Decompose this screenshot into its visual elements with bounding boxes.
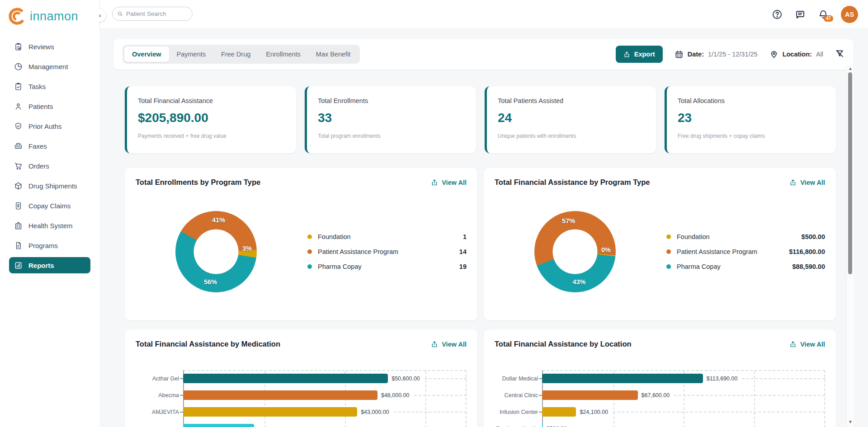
scrollbar-thumb[interactable] <box>848 72 852 274</box>
sidebar-item-label: Programs <box>28 242 58 249</box>
sidebar-item-faxes[interactable]: Faxes <box>9 138 90 154</box>
sidebar-item-tasks[interactable]: Tasks <box>9 78 90 94</box>
messages-button[interactable] <box>795 9 806 20</box>
sidebar-item-orders[interactable]: Orders <box>9 158 90 174</box>
shield-check-icon <box>14 122 23 131</box>
location-pin-icon <box>769 50 778 59</box>
export-button[interactable]: Export <box>616 46 663 63</box>
bar[interactable] <box>183 390 377 400</box>
bar[interactable] <box>183 424 254 427</box>
sidebar-item-management[interactable]: Management <box>9 58 90 75</box>
sidebar-item-reviews[interactable]: Reviews <box>9 38 90 55</box>
bar-row: Dollar Medical $113,690.00 <box>495 370 825 387</box>
donut-chart[interactable]: 41% 3% 56% <box>175 211 257 292</box>
bar[interactable] <box>542 407 576 417</box>
chart-financial-assistance-by-program-type: Total Financial Assistance by Program Ty… <box>484 168 836 320</box>
main-content: Overview Payments Free Drug Enrollments … <box>99 29 868 427</box>
kpi-row: Total Financial Assistance $205,890.00 P… <box>125 86 836 153</box>
gridline-dash <box>394 412 467 413</box>
cinnamon-logo-icon <box>8 7 27 26</box>
share-icon <box>431 179 438 186</box>
scroll-down-arrow[interactable]: ▼ <box>847 420 854 424</box>
kpi-subtitle: Free drug shipments + copay claims <box>678 133 825 139</box>
gridline-dash <box>742 378 825 379</box>
bar[interactable] <box>542 424 543 427</box>
kpi-title: Total Financial Assistance <box>138 97 285 104</box>
logo-text: innamon <box>30 9 78 23</box>
donut-hole <box>194 230 239 274</box>
legend-dot <box>666 249 671 254</box>
donut-hole <box>553 230 598 274</box>
tab-max-benefit[interactable]: Max Benefit <box>308 47 359 62</box>
chart-legend: Foundation 1 Patient Assistance Program … <box>307 233 467 270</box>
notifications-button[interactable]: 47 <box>818 9 829 20</box>
notification-count-badge: 47 <box>824 15 833 22</box>
cinnamon-logo: innamon <box>0 0 99 26</box>
legend-row: Foundation $500.00 <box>666 233 825 240</box>
share-icon <box>431 341 438 348</box>
bar[interactable] <box>183 407 357 417</box>
topbar: 47 AS <box>99 0 868 29</box>
tab-free-drug[interactable]: Free Drug <box>213 47 258 62</box>
search-icon <box>117 10 123 17</box>
axis-tick <box>539 412 542 413</box>
bar-row: Abecma $48,000.00 <box>136 387 467 404</box>
bar-row: Raytheon Health $500.00 <box>495 420 825 427</box>
view-all-link[interactable]: View All <box>789 341 825 348</box>
chart-financial-assistance-by-medication: Total Financial Assistance by Medication… <box>125 329 477 427</box>
donut-chart[interactable]: 57% 0% 43% <box>534 211 616 292</box>
bar[interactable] <box>542 390 638 400</box>
donut-pct-label: 57% <box>562 217 575 225</box>
legend-dot <box>666 264 671 269</box>
main-scrollbar[interactable]: ▲ ▼ <box>846 64 854 427</box>
sidebar-item-patients[interactable]: Patients <box>9 98 90 114</box>
bar[interactable] <box>183 374 388 383</box>
legend-dot <box>307 264 312 269</box>
sidebar-nav: Reviews Management Tasks Patients Prior … <box>0 38 99 273</box>
sidebar-item-label: Management <box>28 63 68 70</box>
legend-row: Pharma Copay $88,590.00 <box>666 263 825 270</box>
clipboard-check-icon <box>14 82 23 91</box>
axis-tick <box>539 378 542 379</box>
view-all-link[interactable]: View All <box>431 179 467 186</box>
cart-icon <box>14 162 23 170</box>
bar-row: Acthar Gel $50,600.00 <box>136 370 467 387</box>
date-filter[interactable]: Date: 1/1/25 - 12/31/25 <box>675 50 758 59</box>
sidebar-item-copay-claims[interactable]: Copay Claims <box>9 197 90 214</box>
kpi-total-enrollments: Total Enrollments 33 Total program enrol… <box>305 86 476 153</box>
sidebar-item-label: Health System <box>28 222 73 230</box>
view-all-link[interactable]: View All <box>789 179 825 186</box>
scroll-up-arrow[interactable]: ▲ <box>847 66 854 71</box>
location-filter[interactable]: Location: All <box>769 50 823 59</box>
chart-legend: Foundation $500.00 Patient Assistance Pr… <box>666 233 825 270</box>
bar[interactable] <box>542 374 703 383</box>
patient-search[interactable] <box>112 7 193 21</box>
sidebar-item-programs[interactable]: Programs <box>9 237 90 253</box>
pie-chart-icon <box>14 62 23 71</box>
legend-row: Patient Assistance Program $116,800.00 <box>666 248 825 255</box>
fax-icon <box>14 142 23 150</box>
tab-enrollments[interactable]: Enrollments <box>258 47 308 62</box>
kpi-subtitle: Total program enrollments <box>318 133 465 139</box>
legend-row: Foundation 1 <box>307 233 467 240</box>
sidebar-item-health-system[interactable]: Health System <box>9 217 90 234</box>
package-icon <box>14 182 23 190</box>
view-all-link[interactable]: View All <box>431 341 467 348</box>
help-icon <box>772 9 783 20</box>
gridline-dash <box>613 412 825 413</box>
gridline-dash <box>414 395 467 396</box>
avatar[interactable]: AS <box>841 6 858 23</box>
sidebar-item-reports[interactable]: Reports <box>9 257 90 273</box>
chart-row-2: Total Financial Assistance by Medication… <box>125 329 836 427</box>
patient-search-input[interactable] <box>126 10 188 17</box>
sidebar-item-prior-auths[interactable]: Prior Auths <box>9 118 90 134</box>
chart-row-1: Total Enrollments by Program Type View A… <box>125 168 836 320</box>
sidebar-item-drug-shipments[interactable]: Drug Shipments <box>9 178 90 194</box>
tab-overview[interactable]: Overview <box>124 47 169 62</box>
sidebar-item-label: Faxes <box>28 142 47 150</box>
help-button[interactable] <box>772 9 783 20</box>
donut-pct-label: 41% <box>212 216 225 224</box>
tab-payments[interactable]: Payments <box>169 47 213 62</box>
clear-filters-button[interactable] <box>835 49 844 60</box>
axis-tick <box>180 412 183 413</box>
